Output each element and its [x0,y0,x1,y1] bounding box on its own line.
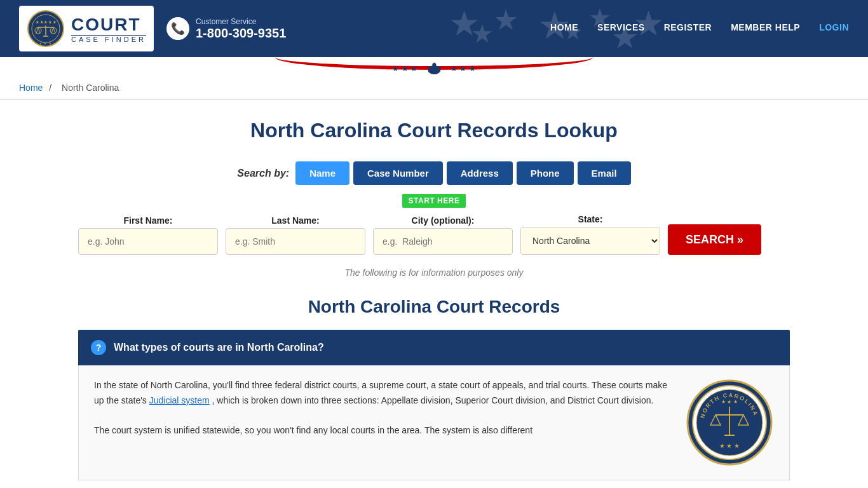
nav-login[interactable]: LOGIN [819,22,849,35]
judicial-system-link[interactable]: Judicial system [149,395,210,405]
wave-arc-container: ★ ★ ★ ★ ★ ★ [275,44,593,70]
logo-seal-icon: ★ ★ ★ ★ ★ ★ ★ ★ ★ ★ [27,10,65,48]
last-name-label: Last Name: [226,215,365,226]
customer-service: 📞 Customer Service 1-800-309-9351 [166,17,286,41]
svg-text:★ ★ ★ ★ ★: ★ ★ ★ ★ ★ [36,20,57,24]
main-content: North Carolina Court Records Lookup Sear… [53,100,815,488]
search-button[interactable]: SEARCH » [668,224,761,255]
city-group: City (optional): [373,215,513,255]
faq-item-1: ? What types of courts are in North Caro… [78,330,790,480]
nav-register[interactable]: REGISTER [664,22,712,35]
logo-case-finder-label: CASE FINDER [71,35,146,43]
faq-icon-1: ? [91,340,106,355]
first-name-group: First Name: [78,215,218,255]
start-here-badge: START HERE [402,194,466,208]
svg-text:★ ★ ★: ★ ★ ★ [719,442,740,449]
search-form: First Name: Last Name: City (optional): … [78,214,790,255]
search-by-label: Search by: [237,168,289,179]
city-input[interactable] [373,228,513,255]
cs-info: Customer Service 1-800-309-9351 [196,17,286,41]
header-left: ★ ★ ★ ★ ★ ★ ★ ★ ★ ★ COURT CASE FINDER [19,6,286,51]
star-right: ★ ★ ★ [451,64,476,73]
logo-court-label: COURT [71,15,146,35]
svg-text:★ ★ ★ ★ ★: ★ ★ ★ ★ ★ [35,42,56,45]
svg-text:★ ★ ★: ★ ★ ★ [721,399,737,405]
breadcrumb-separator: / [49,83,51,93]
wave-arc: ★ ★ ★ ★ ★ ★ [275,44,593,70]
search-by-row: Search by: Name Case Number Address Phon… [78,161,790,185]
eagle-area: ★ ★ ★ ★ ★ ★ [392,60,475,78]
faq-header-1[interactable]: ? What types of courts are in North Caro… [78,330,790,365]
breadcrumb-current: North Carolina [62,83,119,93]
logo[interactable]: ★ ★ ★ ★ ★ ★ ★ ★ ★ ★ COURT CASE FINDER [19,6,154,51]
section-title: North Carolina Court Records [78,297,790,317]
header-wave-decoration: ★ ★ ★ ★ ★ ★ [0,57,868,76]
tab-email[interactable]: Email [578,161,631,185]
eagle-icon [423,60,445,78]
tab-phone[interactable]: Phone [517,161,574,185]
faq-para-1: In the state of North Carolina, you'll f… [94,378,672,409]
nav-home[interactable]: HOME [550,22,578,35]
first-name-input[interactable] [78,228,218,255]
search-form-section: START HERE First Name: Last Name: City (… [78,194,790,255]
logo-text: COURT CASE FINDER [71,15,146,43]
faq-body-p1-cont: , which is broken down into three sectio… [212,395,654,405]
nav-member-help[interactable]: MEMBER HELP [731,22,800,35]
star-left: ★ ★ ★ [392,64,417,73]
cs-label: Customer Service [196,17,286,26]
first-name-label: First Name: [78,215,218,226]
state-select[interactable]: AlabamaAlaskaArizonaArkansas CaliforniaC… [520,227,660,255]
info-note: The following is for information purpose… [78,268,790,278]
faq-question-1: What types of courts are in North Caroli… [114,342,324,353]
svg-point-19 [432,63,436,67]
cs-phone: 1-800-309-9351 [196,26,286,41]
state-group: State: AlabamaAlaskaArizonaArkansas Cali… [520,214,660,255]
faq-body-1: In the state of North Carolina, you'll f… [78,365,790,480]
tab-case-number[interactable]: Case Number [353,161,443,185]
faq-text-1: In the state of North Carolina, you'll f… [94,378,672,438]
last-name-group: Last Name: [226,215,365,255]
phone-icon: 📞 [166,17,189,40]
state-label: State: [520,214,660,224]
search-section: Search by: Name Case Number Address Phon… [78,161,790,255]
nc-seal-icon: NORTH CAROLINA ★ ★ ★ ★ ★ ★ [685,378,774,467]
last-name-input[interactable] [226,228,365,255]
page-title: North Carolina Court Records Lookup [78,119,790,142]
tab-name[interactable]: Name [295,161,349,185]
main-nav: HOME SERVICES REGISTER MEMBER HELP LOGIN [550,22,849,35]
nav-services[interactable]: SERVICES [597,22,645,35]
breadcrumb: Home / North Carolina [0,76,868,100]
tab-address[interactable]: Address [447,161,513,185]
city-label: City (optional): [373,215,513,226]
breadcrumb-home[interactable]: Home [19,83,43,93]
faq-para-2: The court system is unified statewide, s… [94,423,672,438]
